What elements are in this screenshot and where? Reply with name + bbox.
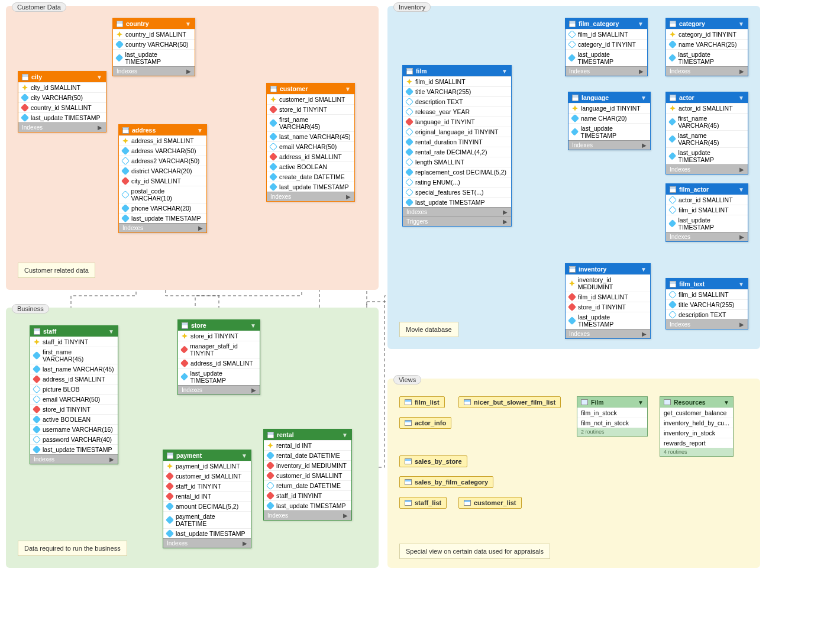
table-column[interactable]: picture BLOB (30, 384, 118, 394)
collapse-arrow-icon[interactable]: ▼ (641, 266, 647, 273)
table-header[interactable]: staff▼ (30, 326, 118, 337)
table-column[interactable]: last_update TIMESTAMP (267, 182, 354, 192)
view-sales_by_store[interactable]: sales_by_store (399, 455, 467, 467)
table-column[interactable]: customer_id SMALLINT (267, 94, 354, 104)
table-column[interactable]: staff_id TINYINT (264, 490, 351, 500)
table-column[interactable]: rental_id INT (264, 440, 351, 450)
view-film_list[interactable]: film_list (399, 396, 445, 408)
collapse-arrow-icon[interactable]: ▼ (638, 399, 644, 406)
table-column[interactable]: country VARCHAR(50) (113, 39, 195, 49)
table-footer-indexes[interactable]: Indexes▶ (18, 122, 106, 132)
table-header[interactable]: actor▼ (666, 92, 748, 103)
table-column[interactable]: description TEXT (403, 96, 511, 106)
table-footer-indexes[interactable]: Indexes▶ (666, 319, 748, 329)
collapse-arrow-icon[interactable]: ▼ (96, 74, 102, 80)
collapse-arrow-icon[interactable]: ▼ (723, 399, 729, 406)
routine-item[interactable]: rewards_report (660, 438, 733, 448)
table-column[interactable]: language_id TINYINT (403, 117, 511, 127)
table-column[interactable]: inventory_id MEDIUMINT (566, 274, 650, 292)
table-column[interactable]: rental_duration TINYINT (403, 137, 511, 147)
collapse-arrow-icon[interactable]: ▼ (738, 186, 744, 193)
table-column[interactable]: film_id SMALLINT (666, 289, 748, 299)
table-column[interactable]: film_id SMALLINT (566, 29, 647, 39)
table-inventory[interactable]: inventory▼inventory_id MEDIUMINTfilm_id … (565, 263, 651, 339)
table-column[interactable]: last_update TIMESTAMP (18, 112, 106, 122)
table-column[interactable]: store_id TINYINT (566, 302, 650, 312)
table-column[interactable]: customer_id SMALLINT (163, 471, 251, 481)
table-column[interactable]: last_update TIMESTAMP (566, 312, 650, 329)
view-sales_by_film_category[interactable]: sales_by_film_category (399, 476, 493, 488)
table-column[interactable]: create_date DATETIME (267, 172, 354, 182)
table-header[interactable]: language▼ (568, 92, 650, 103)
table-column[interactable]: active BOOLEAN (30, 414, 118, 424)
table-column[interactable]: first_name VARCHAR(45) (267, 114, 354, 131)
table-film[interactable]: film▼film_id SMALLINTtitle VARCHAR(255)d… (402, 65, 512, 227)
table-column[interactable]: staff_id TINYINT (30, 337, 118, 347)
routine-item[interactable]: inventory_in_stock (660, 428, 733, 438)
table-column[interactable]: inventory_id MEDIUMINT (264, 460, 351, 470)
table-column[interactable]: city_id SMALLINT (119, 176, 206, 186)
table-column[interactable]: last_update TIMESTAMP (163, 528, 251, 538)
table-column[interactable]: last_update TIMESTAMP (403, 197, 511, 207)
table-column[interactable]: last_update TIMESTAMP (113, 49, 195, 66)
table-column[interactable]: actor_id SMALLINT (666, 103, 748, 113)
table-header[interactable]: rental▼ (264, 429, 351, 440)
collapse-arrow-icon[interactable]: ▼ (738, 21, 744, 27)
collapse-arrow-icon[interactable]: ▼ (241, 453, 247, 459)
table-footer-indexes[interactable]: Indexes▶ (666, 232, 748, 241)
table-column[interactable]: title VARCHAR(255) (403, 86, 511, 96)
table-header[interactable]: category▼ (666, 18, 748, 29)
table-column[interactable]: phone VARCHAR(20) (119, 203, 206, 213)
routine-item[interactable]: get_customer_balance (660, 408, 733, 418)
table-country[interactable]: country▼country_id SMALLINTcountry VARCH… (112, 18, 195, 76)
table-header[interactable]: address▼ (119, 125, 206, 135)
table-header[interactable]: film▼ (403, 66, 511, 76)
collapse-arrow-icon[interactable]: ▼ (108, 328, 114, 335)
table-column[interactable]: email VARCHAR(50) (30, 394, 118, 404)
table-footer-indexes[interactable]: Indexes▶ (568, 140, 650, 150)
table-column[interactable]: length SMALLINT (403, 157, 511, 167)
table-header[interactable]: country▼ (113, 18, 195, 29)
table-column[interactable]: address_id SMALLINT (267, 151, 354, 161)
table-column[interactable]: description TEXT (666, 309, 748, 319)
table-column[interactable]: address2 VARCHAR(50) (119, 156, 206, 166)
collapse-arrow-icon[interactable]: ▼ (638, 21, 644, 27)
table-category[interactable]: category▼category_id TINYINTname VARCHAR… (665, 18, 748, 76)
table-footer-triggers[interactable]: Triggers▶ (403, 216, 511, 226)
table-city[interactable]: city▼city_id SMALLINTcity VARCHAR(50)cou… (18, 71, 106, 132)
table-column[interactable]: special_features SET(...) (403, 187, 511, 197)
table-film_actor[interactable]: film_actor▼actor_id SMALLINTfilm_id SMAL… (665, 183, 748, 242)
table-column[interactable]: last_update TIMESTAMP (666, 215, 748, 232)
table-column[interactable]: district VARCHAR(20) (119, 166, 206, 176)
table-column[interactable]: first_name VARCHAR(45) (666, 113, 748, 130)
view-staff_list[interactable]: staff_list (399, 497, 447, 509)
routine-item[interactable]: inventory_held_by_cu... (660, 418, 733, 428)
table-header[interactable]: film_text▼ (666, 279, 748, 289)
collapse-arrow-icon[interactable]: ▼ (738, 281, 744, 287)
table-column[interactable]: last_update TIMESTAMP (666, 49, 748, 66)
routine-item[interactable]: film_in_stock (577, 408, 647, 418)
table-footer-indexes[interactable]: Indexes▶ (666, 66, 748, 76)
table-language[interactable]: language▼language_id TINYINTname CHAR(20… (568, 92, 651, 150)
view-nicer_but_slower_film_list[interactable]: nicer_but_slower_film_list (458, 396, 561, 408)
table-column[interactable]: film_id SMALLINT (666, 205, 748, 215)
table-column[interactable]: payment_date DATETIME (163, 511, 251, 528)
table-column[interactable]: last_update TIMESTAMP (264, 500, 351, 510)
table-column[interactable]: postal_code VARCHAR(10) (119, 186, 206, 203)
table-column[interactable]: title VARCHAR(255) (666, 299, 748, 309)
table-column[interactable]: release_year YEAR (403, 106, 511, 117)
table-column[interactable]: payment_id SMALLINT (163, 461, 251, 471)
table-header[interactable]: city▼ (18, 72, 106, 82)
table-header[interactable]: film_actor▼ (666, 184, 748, 195)
table-column[interactable]: last_update TIMESTAMP (178, 368, 260, 385)
table-header[interactable]: film_category▼ (566, 18, 647, 29)
table-column[interactable]: active BOOLEAN (267, 161, 354, 172)
table-column[interactable]: store_id TINYINT (267, 104, 354, 114)
table-column[interactable]: film_id SMALLINT (403, 76, 511, 86)
table-column[interactable]: address VARCHAR(50) (119, 146, 206, 156)
view-customer_list[interactable]: customer_list (458, 497, 522, 509)
table-column[interactable]: actor_id SMALLINT (666, 195, 748, 205)
table-column[interactable]: last_update TIMESTAMP (119, 213, 206, 223)
table-footer-indexes[interactable]: Indexes▶ (264, 510, 351, 520)
table-column[interactable]: first_name VARCHAR(45) (30, 347, 118, 364)
